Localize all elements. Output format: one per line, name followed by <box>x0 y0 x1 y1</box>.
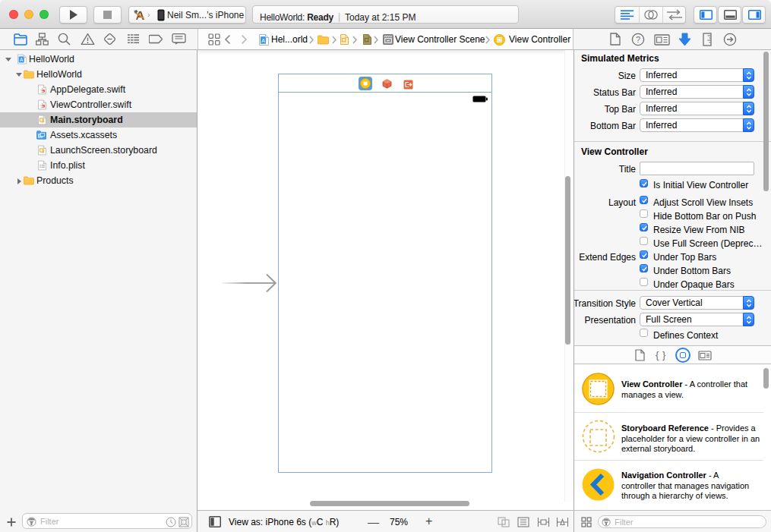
svg-text:A: A <box>261 38 265 43</box>
svg-text:A: A <box>20 56 24 61</box>
svg-text:?: ? <box>636 35 640 44</box>
